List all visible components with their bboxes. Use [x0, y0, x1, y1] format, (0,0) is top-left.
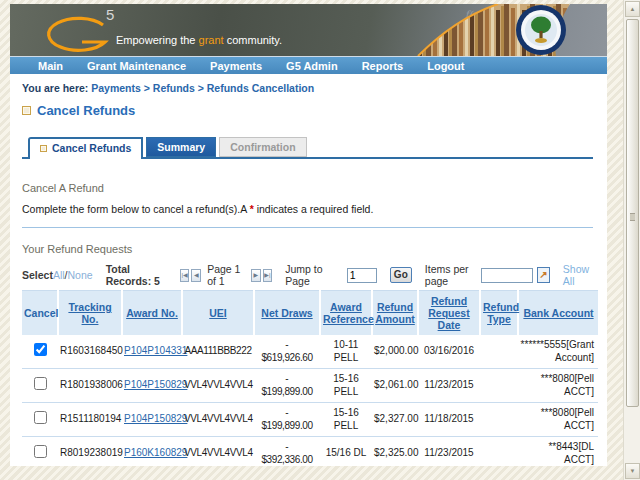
award-link[interactable]: P160K160829 — [124, 447, 187, 458]
main-nav: Main Grant Maintenance Payments G5 Admin… — [10, 56, 607, 74]
vertical-scrollbar: ▲ ▼ — [623, 0, 640, 480]
cell-refund-amount: $2,061.00 — [372, 369, 418, 403]
cell-request-date: 11/18/2015 — [418, 403, 480, 437]
table-row: R1603168450 P104P104331 AAA111BBB222 -$6… — [22, 335, 598, 369]
nav-payments[interactable]: Payments — [210, 60, 262, 72]
table-row: R1511180194 P104P150829 VVL4VVL4VVL4 -$1… — [22, 403, 598, 437]
award-link[interactable]: P104P150829 — [124, 413, 187, 424]
cell-bank-account: ******5555[Grant Account] — [518, 335, 598, 369]
tagline: Empowering the grant community. — [116, 34, 282, 46]
cell-refund-type — [480, 335, 518, 369]
items-per-page-label: Items per page — [425, 263, 478, 287]
nav-main[interactable]: Main — [38, 60, 63, 72]
tagline-post: community. — [224, 34, 282, 46]
award-link[interactable]: P104P104331 — [124, 345, 187, 356]
cell-bank-account: ***8080[Pell ACCT] — [518, 369, 598, 403]
main-area: You are here: Payments > Refunds > Refun… — [10, 74, 607, 466]
cell-uei: VVL4VVL4VVL4 — [184, 379, 253, 390]
col-refund-amount[interactable]: Refund Amount — [375, 301, 415, 325]
nav-g5-admin[interactable]: G5 Admin — [286, 60, 338, 72]
col-bank-account[interactable]: Bank Account — [523, 307, 593, 319]
scrollbar-thumb[interactable] — [626, 19, 639, 407]
col-award-no[interactable]: Award No. — [126, 307, 178, 319]
cell-net-amount: $392,336.00 — [256, 454, 318, 467]
cell-refund-type — [480, 403, 518, 437]
row-cancel-checkbox[interactable] — [34, 411, 47, 424]
award-link[interactable]: P104P150829 — [124, 379, 187, 390]
scroll-up-icon[interactable]: ▲ — [625, 1, 640, 17]
cell-net-amount: $199,899.00 — [256, 420, 318, 433]
nav-reports[interactable]: Reports — [362, 60, 404, 72]
cell-refund-type — [480, 437, 518, 467]
cell-net-sign: - — [256, 339, 318, 352]
select-all-link[interactable]: All — [53, 269, 65, 281]
page-title: Cancel Refunds — [22, 103, 593, 118]
g5-logo: 5 — [49, 6, 115, 50]
cell-net-sign: - — [256, 441, 318, 454]
tab-summary[interactable]: Summary — [146, 137, 216, 157]
col-award-reference[interactable]: Award Reference — [323, 301, 374, 325]
cell-uei: VVL4VVL4VVL4 — [184, 413, 253, 424]
prev-page-button[interactable]: ◀ — [191, 269, 201, 282]
breadcrumb-path[interactable]: Payments > Refunds > Refunds Cancellatio… — [91, 82, 314, 94]
next-page-button[interactable]: ▶ — [251, 269, 261, 282]
page-content: f(x)=∫(x)dx 5 Empowering the grant commu… — [10, 4, 607, 466]
cell-tracking: R1603168450 — [58, 335, 122, 369]
instruction-post: indicates a required field. — [254, 203, 374, 215]
cell-request-date: 11/23/2015 — [418, 437, 480, 467]
show-all-link[interactable]: Show All — [563, 263, 593, 287]
items-per-page-go-icon[interactable]: ↗ — [537, 267, 550, 283]
table-row: R1801938006 P104P150829 VVL4VVL4VVL4 -$1… — [22, 369, 598, 403]
col-refund-request-date[interactable]: Refund Request Date — [428, 295, 469, 331]
last-page-button[interactable]: ▶| — [263, 269, 273, 282]
tab-confirmation: Confirmation — [219, 137, 306, 157]
page-indicator: Page 1 of 1 — [203, 263, 249, 287]
tagline-accent: grant — [199, 34, 224, 46]
col-uei[interactable]: UEI — [209, 307, 227, 319]
cell-refund-amount: $2,325.00 — [372, 437, 418, 467]
doe-seal — [516, 5, 566, 55]
page-nav-buttons: |◀ ◀ Page 1 of 1 ▶ ▶| — [180, 263, 273, 287]
breadcrumb: You are here: Payments > Refunds > Refun… — [22, 82, 593, 94]
cell-refund-type — [480, 369, 518, 403]
cell-award-ref: 15-16 PELL — [320, 369, 372, 403]
jump-to-page-label: Jump to Page — [285, 263, 334, 287]
cell-net-sign: - — [256, 373, 318, 386]
refund-requests-table: Cancel Tracking No. Award No. UEI Net Dr… — [22, 290, 598, 466]
banner-art: f(x)=∫(x)dx 5 Empowering the grant commu… — [10, 4, 607, 56]
items-per-page-input[interactable] — [481, 268, 533, 283]
row-cancel-checkbox[interactable] — [34, 377, 47, 390]
nav-logout[interactable]: Logout — [427, 60, 464, 72]
first-page-button[interactable]: |◀ — [180, 269, 190, 282]
page-title-text: Cancel Refunds — [37, 103, 135, 118]
cell-award-ref: 10-11 PELL — [320, 335, 372, 369]
cell-bank-account: ***8080[Pell ACCT] — [518, 403, 598, 437]
select-label: Select — [22, 269, 53, 281]
col-cancel: Cancel — [24, 307, 58, 319]
scroll-down-icon[interactable]: ▼ — [625, 463, 640, 479]
col-tracking-no[interactable]: Tracking No. — [68, 301, 111, 325]
divider-rule — [22, 227, 593, 228]
cell-tracking: R1801938006 — [58, 369, 122, 403]
nav-grant-maintenance[interactable]: Grant Maintenance — [87, 60, 186, 72]
cell-uei: VVL4VVL4VVL4 — [184, 447, 253, 458]
cell-request-date: 03/16/2016 — [418, 335, 480, 369]
select-none-link[interactable]: None — [68, 269, 93, 281]
tab-cancel-refunds-label: Cancel Refunds — [52, 142, 131, 154]
go-button[interactable]: Go — [390, 267, 412, 283]
app-banner: f(x)=∫(x)dx 5 Empowering the grant commu… — [10, 4, 607, 56]
row-cancel-checkbox[interactable] — [34, 445, 47, 458]
row-cancel-checkbox[interactable] — [34, 343, 47, 356]
cell-tracking: R8019238019 — [58, 437, 122, 467]
jump-to-page-input[interactable] — [347, 268, 377, 283]
select-group: SelectAll/None — [22, 269, 93, 281]
refund-requests-heading: Your Refund Requests — [22, 243, 593, 255]
svg-text:5: 5 — [106, 6, 114, 23]
section-heading: Cancel A Refund — [22, 182, 593, 194]
tab-cancel-refunds[interactable]: Cancel Refunds — [28, 137, 143, 159]
cell-award-ref: 15/16 DL — [320, 437, 372, 467]
cell-net-amount: $199,899.00 — [256, 386, 318, 399]
scrollbar-grip — [630, 213, 635, 221]
col-refund-type[interactable]: Refund Type — [483, 301, 519, 325]
col-net-draws[interactable]: Net Draws — [261, 307, 312, 319]
